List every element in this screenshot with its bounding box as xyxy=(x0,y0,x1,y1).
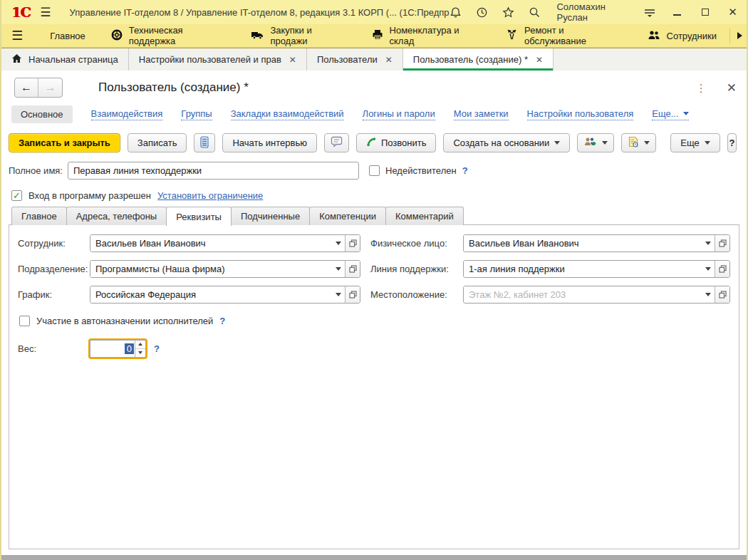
comment-button[interactable] xyxy=(324,133,349,152)
menu-item-repair-service[interactable]: Ремонт и обслуживание xyxy=(493,24,635,47)
form-close-icon[interactable]: ✕ xyxy=(727,81,737,95)
dropdown-arrow-icon[interactable] xyxy=(332,261,345,277)
navlink-main[interactable]: Основное xyxy=(11,105,73,123)
chevron-down-icon xyxy=(705,141,710,145)
dropdown-arrow-icon[interactable] xyxy=(702,286,715,303)
menu-item-main[interactable]: Главное xyxy=(37,24,98,47)
search-icon[interactable] xyxy=(529,6,541,19)
maximize-button[interactable] xyxy=(698,5,712,19)
navlink-groups[interactable]: Группы xyxy=(181,108,212,120)
forward-button[interactable]: → xyxy=(38,78,62,97)
navlink-my-notes[interactable]: Мои заметки xyxy=(454,108,509,120)
save-button[interactable]: Записать xyxy=(128,133,187,152)
location-input[interactable] xyxy=(464,286,702,303)
open-item-icon[interactable] xyxy=(345,235,360,252)
subordination-structure-button[interactable] xyxy=(194,133,215,152)
open-item-icon[interactable] xyxy=(715,286,729,303)
tab-addresses-phones[interactable]: Адреса, телефоны xyxy=(66,207,167,225)
employee-input[interactable] xyxy=(90,235,332,252)
auto-assign-help-icon[interactable]: ? xyxy=(219,316,225,326)
auto-assign-row: Участие в автоназначении исполнителей ? xyxy=(19,313,730,328)
stepper-down-icon[interactable] xyxy=(135,349,145,357)
stepper-up-icon[interactable] xyxy=(135,341,145,349)
navlink-logins-passwords[interactable]: Логины и пароли xyxy=(363,108,435,120)
navlink-more[interactable]: Еще... xyxy=(652,108,688,120)
weight-help-icon[interactable]: ? xyxy=(154,343,160,354)
navlink-interactions[interactable]: Взаимодействия xyxy=(91,108,163,120)
schedule-input[interactable] xyxy=(90,286,332,303)
tab-comment[interactable]: Комментарий xyxy=(385,207,464,225)
tab-main[interactable]: Главное xyxy=(11,207,67,225)
menu-item-employees[interactable]: Сотрудники xyxy=(635,24,729,47)
minimize-button[interactable] xyxy=(670,5,684,19)
create-based-on-button[interactable]: Создать на основании xyxy=(443,133,570,152)
close-tab-icon[interactable]: ✕ xyxy=(536,55,543,65)
chevron-down-icon xyxy=(554,141,560,145)
dropdown-arrow-icon[interactable] xyxy=(702,261,715,277)
open-item-icon[interactable] xyxy=(715,261,729,277)
close-tab-icon[interactable]: ✕ xyxy=(385,55,393,65)
help-button[interactable]: ? xyxy=(727,133,737,152)
menu-item-purchases-sales[interactable]: Закупки и продажи xyxy=(238,24,358,47)
close-window-button[interactable]: ✕ xyxy=(726,5,739,19)
login-allowed-label: Вход в программу разрешен xyxy=(28,190,151,201)
dropdown-arrow-icon[interactable] xyxy=(332,235,345,252)
weight-stepper[interactable]: 0 xyxy=(90,340,146,358)
navlink-user-settings[interactable]: Настройки пользователя xyxy=(527,108,634,120)
dropdown-arrow-icon[interactable] xyxy=(332,286,345,303)
person-input[interactable] xyxy=(464,235,702,252)
full-name-row: Полное имя: Недействителен ? xyxy=(1,162,747,180)
tab-requisites[interactable]: Реквизиты xyxy=(166,207,232,226)
full-name-input[interactable] xyxy=(68,162,359,180)
tab-competencies[interactable]: Компетенции xyxy=(309,207,386,225)
auto-assign-checkbox[interactable] xyxy=(19,316,30,326)
invalid-help-icon[interactable]: ? xyxy=(462,165,468,176)
tab-home[interactable]: Начальная страница xyxy=(1,48,129,71)
favorites-star-icon[interactable] xyxy=(502,6,514,19)
dropdown-arrow-icon[interactable] xyxy=(702,235,715,252)
navlink-interaction-bookmarks[interactable]: Закладки взаимодействий xyxy=(231,108,344,120)
open-item-icon[interactable] xyxy=(715,235,729,252)
service-settings-icon[interactable] xyxy=(643,6,656,19)
back-button[interactable]: ← xyxy=(15,78,38,97)
more-button[interactable]: Еще xyxy=(670,133,720,152)
save-and-close-button[interactable]: Записать и закрыть xyxy=(9,133,120,152)
form-header: ← → Пользователь (создание) * ⋮ ✕ xyxy=(1,78,747,98)
current-user[interactable]: Соломахин Руслан xyxy=(556,1,628,23)
login-allowed-checkbox[interactable]: ✓ xyxy=(11,190,22,201)
tab-users[interactable]: Пользователи ✕ xyxy=(307,48,403,71)
support-line-input[interactable] xyxy=(464,261,702,277)
window-resize-strip[interactable] xyxy=(1,555,747,560)
open-item-icon[interactable] xyxy=(345,261,360,277)
main-menu-icon[interactable]: ☰ xyxy=(40,5,51,20)
sections-hamburger-icon[interactable]: ☰ xyxy=(11,28,23,43)
close-tab-icon[interactable]: ✕ xyxy=(289,55,296,65)
assign-users-dropdown-button[interactable] xyxy=(577,133,614,152)
history-icon[interactable] xyxy=(476,6,488,19)
notifications-bell-icon[interactable] xyxy=(450,6,462,19)
person-field xyxy=(463,234,730,252)
open-item-icon[interactable] xyxy=(345,286,360,303)
tab-subordinates[interactable]: Подчиненные xyxy=(231,207,310,225)
tab-user-create[interactable]: Пользователь (создание) * ✕ xyxy=(403,48,554,71)
field-row: Подразделение: Линия поддержки: xyxy=(18,259,730,278)
set-restriction-link[interactable]: Установить ограничение xyxy=(157,190,263,201)
menu-item-tech-support[interactable]: Техническая поддержка xyxy=(98,24,239,47)
menu-overflow-arrow[interactable] xyxy=(729,28,742,43)
employee-field xyxy=(90,234,360,252)
weight-value: 0 xyxy=(125,343,134,354)
form-kebab-menu-icon[interactable]: ⋮ xyxy=(696,86,707,90)
tab-user-rights-settings[interactable]: Настройки пользователей и прав ✕ xyxy=(129,48,307,71)
invalid-checkbox-label: Недействителен xyxy=(385,165,457,176)
start-interview-button[interactable]: Начать интервью xyxy=(222,133,317,152)
page-title: Пользователь (создание) * xyxy=(98,81,249,95)
employee-label: Сотрудник: xyxy=(18,238,90,249)
menu-item-label: Техническая поддержка xyxy=(129,25,226,46)
schedule-document-dropdown-button[interactable] xyxy=(621,133,656,152)
truck-icon xyxy=(251,30,264,42)
menu-item-nomenclature[interactable]: Номенклатура и склад xyxy=(359,24,494,47)
call-button[interactable]: Позвонить xyxy=(356,133,437,152)
department-label: Подразделение: xyxy=(18,264,90,274)
department-input[interactable] xyxy=(90,261,332,277)
invalid-checkbox[interactable] xyxy=(369,165,380,176)
